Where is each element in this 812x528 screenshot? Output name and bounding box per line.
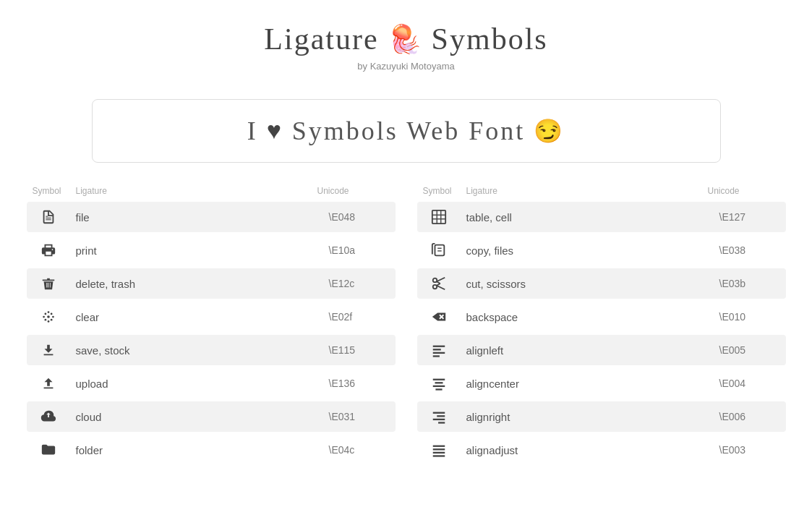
symbol-cell [27,302,70,332]
symbol-cell [417,335,461,365]
table-row: copy, files \E038 [417,235,786,265]
svg-rect-36 [437,415,445,417]
svg-point-3 [47,315,50,318]
symbol-cell [417,235,461,265]
unicode-cell: \E10a [323,237,396,263]
file-icon [40,209,56,225]
svg-rect-35 [432,412,445,414]
symbol-cell [27,401,70,432]
unicode-cell: \E02f [323,304,396,330]
ligature-cell: copy, files [461,237,714,264]
banner: I ♥ Symbols Web Font 😏 [92,99,721,163]
svg-point-10 [44,319,46,321]
svg-point-8 [44,313,46,315]
symbol-cell [417,368,461,399]
symbol-cell [27,268,70,299]
right-col-symbol: Symbol [423,186,466,196]
svg-point-20 [432,285,437,289]
unicode-cell: \E004 [714,370,786,396]
banner-i: I [247,116,258,146]
right-table: Symbol Ligature Unicode table, cell \E12… [417,183,786,468]
upload-icon [40,375,56,391]
trash-icon [40,276,56,291]
ligature-cell: backspace [461,304,714,331]
svg-line-22 [436,286,444,290]
symbol-cell [27,235,70,265]
jellyfish-icon: 🪼 [388,23,423,55]
left-table-header: Symbol Ligature Unicode [27,183,396,199]
symbol-cell [27,435,70,465]
title-part1: Ligature [264,22,378,56]
alignleft-icon [431,342,447,358]
print-icon [40,242,56,258]
unicode-cell: \E006 [714,404,786,430]
svg-point-4 [47,311,49,313]
subtitle: by Kazuyuki Motoyama [14,61,798,72]
right-col-unicode: Unicode [708,186,780,196]
right-col-ligature: Ligature [466,186,708,196]
table-row: print \E10a [27,235,396,265]
symbol-cell [27,202,70,232]
svg-point-7 [52,316,54,318]
ligature-cell: upload [70,370,323,397]
unicode-cell: \E048 [323,204,396,230]
symbol-cell [417,435,461,465]
page-title: Ligature 🪼 Symbols [14,22,798,56]
unicode-cell: \E031 [323,404,396,430]
svg-rect-28 [432,349,440,350]
ligature-cell: alignadjust [461,437,714,464]
svg-rect-29 [432,352,445,354]
ligature-cell: delete, trash [70,271,323,297]
table-row: delete, trash \E12c [27,268,396,299]
unicode-cell: \E12c [323,271,396,297]
ligature-cell: file [70,204,323,231]
symbol-cell [27,335,70,365]
svg-rect-30 [432,355,439,357]
copy-icon [431,242,447,258]
svg-rect-33 [432,386,445,387]
svg-rect-32 [435,382,443,383]
svg-rect-40 [432,448,445,450]
table-row: table, cell \E127 [417,202,786,232]
svg-line-24 [436,284,440,286]
symbol-cell [27,368,70,399]
ligature-cell: save, stock [70,337,323,364]
clear-icon [40,309,56,325]
aligncenter-icon [431,375,447,391]
symbol-cell [417,302,461,332]
table-row: aligncenter \E004 [417,368,786,399]
alignadjust-icon [431,442,447,458]
unicode-cell: \E04c [323,437,396,463]
left-col-ligature: Ligature [76,186,317,196]
ligature-cell: alignright [461,404,714,430]
svg-rect-34 [435,388,442,390]
svg-rect-42 [432,455,445,456]
table-row: alignright \E006 [417,401,786,432]
table-icon [431,209,447,225]
banner-text: Symbols Web Font [292,116,525,146]
scissors-icon [431,276,447,291]
symbol-tables: Symbol Ligature Unicode file \E048 print [0,183,812,490]
save-icon [40,342,56,358]
folder-icon [40,442,56,458]
ligature-cell: table, cell [461,204,714,231]
unicode-cell: \E127 [714,204,786,230]
unicode-cell: \E010 [714,304,786,330]
unicode-cell: \E005 [714,337,786,363]
right-table-header: Symbol Ligature Unicode [417,183,786,199]
left-col-unicode: Unicode [317,186,390,196]
svg-rect-38 [438,422,445,423]
backspace-icon [431,309,447,325]
svg-rect-27 [432,346,445,347]
svg-rect-31 [432,379,445,380]
unicode-cell: \E038 [714,237,786,263]
svg-line-21 [436,278,444,282]
left-table: Symbol Ligature Unicode file \E048 print [27,183,396,468]
table-row: cut, scissors \E03b [417,268,786,299]
svg-rect-1 [46,219,51,220]
ligature-cell: aligncenter [461,370,714,397]
svg-point-11 [50,319,52,321]
table-row: save, stock \E115 [27,335,396,365]
wink-emoji: 😏 [534,117,565,145]
svg-point-19 [432,278,437,283]
